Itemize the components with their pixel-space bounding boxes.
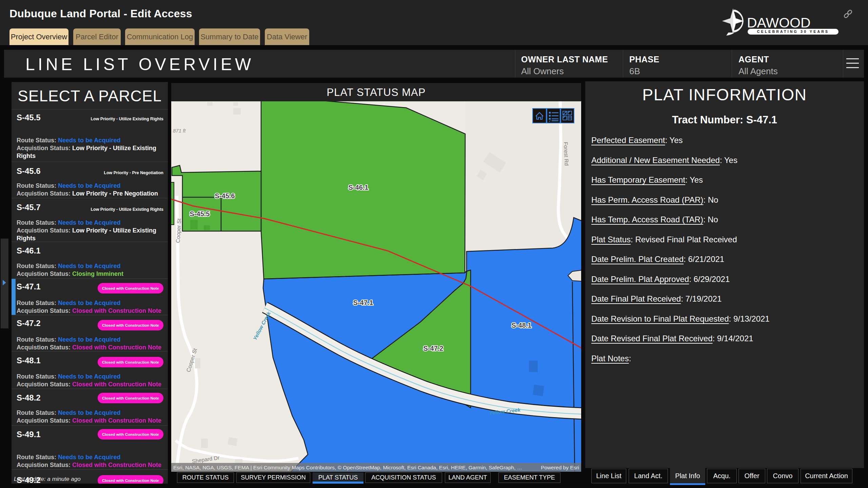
svg-text:Powered by Esri: Powered by Esri [541, 465, 579, 470]
svg-text:S-47.2: S-47.2 [423, 345, 443, 352]
svg-text:S-45.6: S-45.6 [215, 192, 235, 200]
svg-text:Forest Rd: Forest Rd [563, 142, 569, 166]
svg-text:S-47.1: S-47.1 [353, 299, 373, 306]
svg-text:Esri, NASA, NGA, USGS, FEMA |: Esri, NASA, NGA, USGS, FEMA | Esri Commu… [173, 465, 522, 470]
svg-text:871 ft: 871 ft [173, 128, 186, 134]
svg-text:S-45.5: S-45.5 [190, 210, 210, 218]
svg-text:S-48.1: S-48.1 [512, 322, 532, 329]
svg-text:S-46.1: S-46.1 [349, 184, 369, 191]
